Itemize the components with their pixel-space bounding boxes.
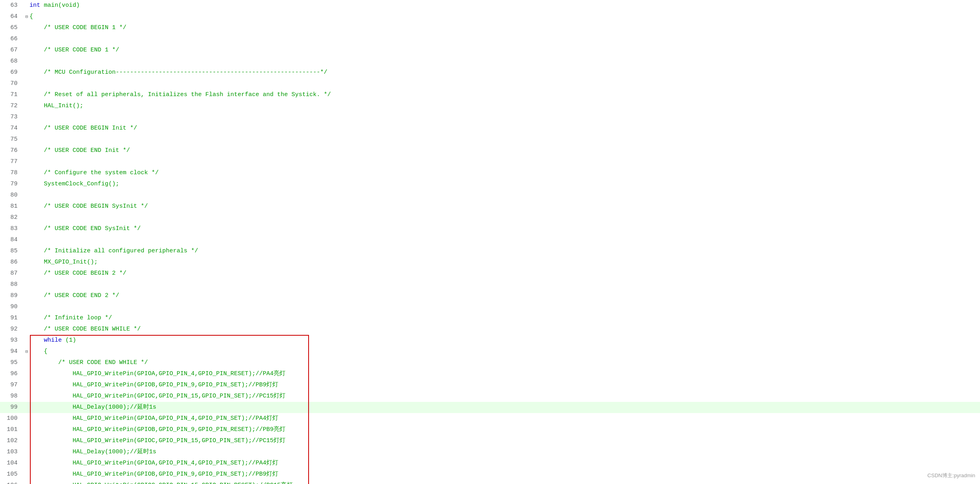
line-content: int main(void): [30, 0, 80, 11]
line-content: HAL_Delay(1000);//延时1s: [30, 447, 156, 458]
code-line: 72 HAL_Init();: [0, 100, 980, 112]
line-number: 76: [0, 145, 24, 156]
line-content: {: [30, 11, 33, 22]
fold-placeholder: [24, 33, 30, 45]
fold-placeholder: [24, 380, 30, 391]
fold-placeholder: [24, 67, 30, 78]
line-number: 78: [0, 167, 24, 179]
line-number: 92: [0, 324, 24, 335]
fold-placeholder: [24, 223, 30, 234]
code-line: 101 HAL_GPIO_WritePin(GPIOB,GPIO_PIN_9,G…: [0, 424, 980, 435]
code-line: 85 /* Initialize all configured peripher…: [0, 246, 980, 257]
line-content: {: [30, 346, 47, 357]
line-number: 91: [0, 313, 24, 324]
fold-placeholder: [24, 458, 30, 469]
code-line: 92 /* USER CODE BEGIN WHILE */: [0, 324, 980, 335]
line-number: 69: [0, 67, 24, 78]
code-line: 93 while (1): [0, 335, 980, 346]
line-number: 87: [0, 268, 24, 279]
fold-placeholder: [24, 201, 30, 212]
code-line: 68: [0, 56, 980, 67]
line-number: 75: [0, 134, 24, 145]
line-number: 100: [0, 413, 24, 424]
line-number: 85: [0, 246, 24, 257]
line-content: HAL_GPIO_WritePin(GPIOA,GPIO_PIN_4,GPIO_…: [30, 368, 285, 380]
fold-placeholder: [24, 435, 30, 447]
code-line: 73: [0, 112, 980, 123]
fold-placeholder: [24, 212, 30, 223]
lines-wrapper: 63 int main(void)64⊟{65 /* USER CODE BEG…: [0, 0, 980, 484]
code-line: 75: [0, 134, 980, 145]
line-number: 65: [0, 22, 24, 33]
fold-placeholder: [24, 447, 30, 458]
line-number: 73: [0, 112, 24, 123]
code-line: 83 /* USER CODE END SysInit */: [0, 223, 980, 234]
line-content: /* USER CODE BEGIN 1 */: [30, 22, 126, 33]
fold-icon[interactable]: ⊟: [24, 346, 30, 357]
line-content: /* USER CODE END 1 */: [30, 45, 119, 56]
line-content: /* Infinite loop */: [30, 313, 112, 324]
line-content: /* USER CODE BEGIN WHILE */: [30, 324, 141, 335]
fold-placeholder: [24, 234, 30, 246]
line-content: /* USER CODE BEGIN 2 */: [30, 268, 126, 279]
fold-placeholder: [24, 480, 30, 484]
code-line: 99 HAL_Delay(1000);//延时1s: [0, 402, 980, 413]
code-line: 81 /* USER CODE BEGIN SysInit */: [0, 201, 980, 212]
code-line: 65 /* USER CODE BEGIN 1 */: [0, 22, 980, 33]
code-line: 97 HAL_GPIO_WritePin(GPIOB,GPIO_PIN_9,GP…: [0, 380, 980, 391]
code-line: 74 /* USER CODE BEGIN Init */: [0, 123, 980, 134]
fold-placeholder: [24, 324, 30, 335]
fold-placeholder: [24, 156, 30, 167]
code-line: 69 /* MCU Configuration-----------------…: [0, 67, 980, 78]
line-content: HAL_GPIO_WritePin(GPIOC,GPIO_PIN_15,GPIO…: [30, 435, 285, 447]
line-number: 72: [0, 100, 24, 112]
code-line: 104 HAL_GPIO_WritePin(GPIOA,GPIO_PIN_4,G…: [0, 458, 980, 469]
line-number: 89: [0, 290, 24, 301]
code-line: 84: [0, 234, 980, 246]
line-content: HAL_GPIO_WritePin(GPIOB,GPIO_PIN_9,GPIO_…: [30, 424, 285, 435]
code-line: 91 /* Infinite loop */: [0, 313, 980, 324]
fold-placeholder: [24, 469, 30, 480]
fold-icon[interactable]: ⊟: [24, 11, 30, 22]
fold-placeholder: [24, 78, 30, 89]
line-content: HAL_GPIO_WritePin(GPIOC,GPIO_PIN_15,GPIO…: [30, 391, 285, 402]
fold-placeholder: [24, 134, 30, 145]
fold-placeholder: [24, 335, 30, 346]
code-line: 88: [0, 279, 980, 290]
code-line: 79 SystemClock_Config();: [0, 179, 980, 190]
line-number: 82: [0, 212, 24, 223]
code-line: 67 /* USER CODE END 1 */: [0, 45, 980, 56]
line-number: 63: [0, 0, 24, 11]
fold-placeholder: [24, 167, 30, 179]
line-number: 93: [0, 335, 24, 346]
fold-placeholder: [24, 112, 30, 123]
line-number: 90: [0, 301, 24, 313]
code-line: 64⊟{: [0, 11, 980, 22]
fold-placeholder: [24, 22, 30, 33]
line-number: 71: [0, 89, 24, 100]
line-content: /* USER CODE END SysInit */: [30, 223, 141, 234]
line-content: /* USER CODE BEGIN Init */: [30, 123, 137, 134]
code-line: 98 HAL_GPIO_WritePin(GPIOC,GPIO_PIN_15,G…: [0, 391, 980, 402]
code-line: 96 HAL_GPIO_WritePin(GPIOA,GPIO_PIN_4,GP…: [0, 368, 980, 380]
line-content: HAL_GPIO_WritePin(GPIOB,GPIO_PIN_9,GPIO_…: [30, 469, 278, 480]
line-number: 95: [0, 357, 24, 368]
line-content: MX_GPIO_Init();: [30, 257, 98, 268]
line-content: /* MCU Configuration--------------------…: [30, 67, 327, 78]
line-number: 81: [0, 201, 24, 212]
watermark: CSDN博主:pyradmin: [927, 472, 975, 479]
code-line: 102 HAL_GPIO_WritePin(GPIOC,GPIO_PIN_15,…: [0, 435, 980, 447]
fold-placeholder: [24, 313, 30, 324]
line-content: HAL_GPIO_WritePin(GPIOC,GPIO_PIN_15,GPIO…: [30, 480, 293, 484]
line-content: /* USER CODE END 2 */: [30, 290, 119, 301]
code-line: 71 /* Reset of all peripherals, Initiali…: [0, 89, 980, 100]
fold-placeholder: [24, 368, 30, 380]
line-number: 80: [0, 190, 24, 201]
code-line: 90: [0, 301, 980, 313]
line-content: /* Configure the system clock */: [30, 167, 159, 179]
line-number: 77: [0, 156, 24, 167]
line-number: 98: [0, 391, 24, 402]
line-number: 94: [0, 346, 24, 357]
fold-placeholder: [24, 290, 30, 301]
line-number: 106: [0, 480, 24, 484]
